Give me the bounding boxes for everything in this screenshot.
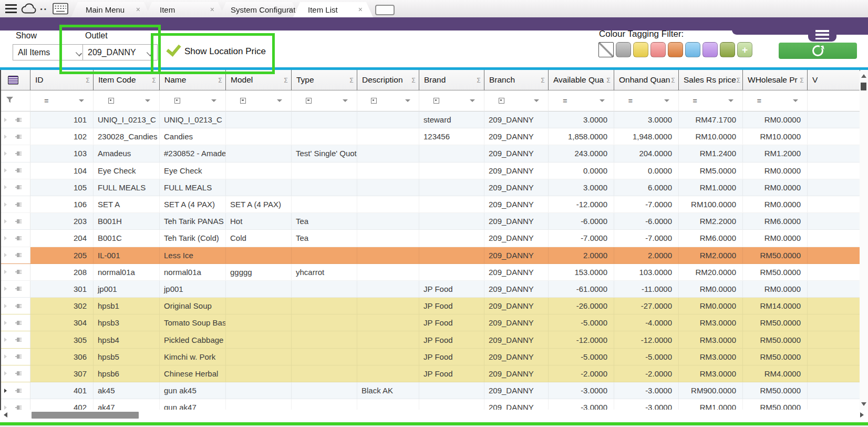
filter-operator-icon[interactable] xyxy=(433,98,439,104)
table-row[interactable]: 105FULL MEALSFULL MEALS209_DANNY3.00006.… xyxy=(1,179,860,196)
pin-icon[interactable] xyxy=(14,218,22,225)
close-icon[interactable]: × xyxy=(136,2,140,17)
filter-dropdown-icon[interactable] xyxy=(405,99,410,102)
close-icon[interactable]: × xyxy=(210,2,214,17)
sum-icon[interactable]: Σ xyxy=(218,76,222,84)
filter-operator-icon[interactable]: = xyxy=(563,97,567,105)
table-row[interactable]: 102230028_CandiesCandies123456209_DANNY1… xyxy=(1,128,860,145)
row-expand-icon[interactable] xyxy=(4,321,7,325)
colour-swatch-blue[interactable] xyxy=(685,42,700,57)
sum-icon[interactable]: Σ xyxy=(800,76,804,84)
filter-cell-id[interactable]: = xyxy=(30,90,94,111)
column-header-brand[interactable]: BrandΣ xyxy=(419,70,484,90)
sum-icon[interactable]: Σ xyxy=(671,76,675,84)
row-expand-icon[interactable] xyxy=(4,389,7,393)
colour-swatch-purple[interactable] xyxy=(702,42,718,57)
column-header-model[interactable]: ModelΣ xyxy=(226,70,292,90)
filter-dropdown-icon[interactable] xyxy=(277,99,282,102)
filter-cell-v[interactable] xyxy=(808,90,860,111)
vertical-scrollbar[interactable] xyxy=(860,71,868,410)
filter-dropdown-icon[interactable] xyxy=(793,99,798,102)
show-location-price-label[interactable]: Show Location Price xyxy=(184,46,266,57)
filter-operator-icon[interactable] xyxy=(240,98,246,104)
table-row[interactable]: 205IL-001Less Ice209_DANNY2.00002.0000RM… xyxy=(1,247,860,264)
pin-icon[interactable] xyxy=(14,201,22,208)
filter-operator-icon[interactable] xyxy=(174,98,180,104)
filter-operator-icon[interactable] xyxy=(499,98,504,104)
colour-swatch-none[interactable] xyxy=(598,42,614,57)
tab-system-configuration[interactable]: System Configurati × xyxy=(219,2,299,17)
column-header-name[interactable]: NameΣ xyxy=(160,70,226,90)
filter-dropdown-icon[interactable] xyxy=(600,99,605,102)
table-row[interactable]: 101UNIQ_I_0213_CUNIQ_I_0213_Csteward209_… xyxy=(1,111,860,128)
filter-operator-icon[interactable]: = xyxy=(693,97,697,105)
column-header-id[interactable]: IDΣ xyxy=(30,70,94,90)
scroll-down-icon[interactable] xyxy=(861,402,866,406)
pin-icon[interactable] xyxy=(14,235,22,242)
table-row[interactable]: 305hpsb4Pickled CabbageJP Food209_DANNY-… xyxy=(1,331,860,348)
close-icon[interactable]: × xyxy=(288,2,293,17)
table-row[interactable]: 306hpsb5Kimchi w. PorkJP Food209_DANNY-5… xyxy=(1,349,860,365)
pin-icon[interactable] xyxy=(14,336,22,343)
scroll-up-icon[interactable] xyxy=(861,74,866,78)
tab-item[interactable]: Item × xyxy=(145,2,225,17)
row-expand-icon[interactable] xyxy=(4,168,7,172)
filter-cell-item_code[interactable] xyxy=(94,90,160,111)
sum-icon[interactable]: Σ xyxy=(152,76,156,84)
sum-icon[interactable]: Σ xyxy=(86,76,90,84)
table-row[interactable]: 204B001CTeh Tarik (Cold)ColdTea209_DANNY… xyxy=(1,230,860,247)
filter-cell-available_qty[interactable]: = xyxy=(549,90,614,111)
filter-cell-branch[interactable] xyxy=(484,90,549,111)
hamburger-menu-icon[interactable] xyxy=(5,4,17,13)
pin-icon[interactable] xyxy=(14,251,22,259)
row-expand-icon[interactable] xyxy=(4,405,7,410)
colour-swatch-red[interactable] xyxy=(650,42,666,57)
tab-main-menu[interactable]: Main Menu × xyxy=(71,2,151,17)
grid-corner-cell[interactable] xyxy=(1,70,30,90)
more-icon[interactable]: .. xyxy=(40,1,48,13)
filter-dropdown-icon[interactable] xyxy=(664,99,669,102)
filter-cell-onhand_qty[interactable]: = xyxy=(614,90,679,111)
pin-icon[interactable] xyxy=(14,116,22,124)
filter-dropdown-icon[interactable] xyxy=(728,99,733,102)
outlet-dropdown[interactable]: 209_DANNY xyxy=(82,44,158,60)
row-expand-icon[interactable] xyxy=(4,253,7,257)
colour-swatch-green[interactable] xyxy=(720,42,735,57)
sum-icon[interactable]: Σ xyxy=(411,76,416,84)
filter-dropdown-icon[interactable] xyxy=(211,99,216,102)
row-expand-icon[interactable] xyxy=(4,118,7,122)
row-expand-icon[interactable] xyxy=(4,371,7,375)
menu-tab-button[interactable] xyxy=(808,23,836,42)
filter-cell-name[interactable] xyxy=(160,90,226,111)
filter-cell-model[interactable] xyxy=(226,90,292,111)
table-row[interactable]: 302hpsb1Original SoupJP Food209_DANNY-26… xyxy=(1,298,860,314)
pin-icon[interactable] xyxy=(14,319,22,327)
refresh-button[interactable] xyxy=(779,43,857,59)
row-expand-icon[interactable] xyxy=(4,338,7,342)
close-icon[interactable]: × xyxy=(358,2,363,17)
table-row[interactable]: 103Amadeus#230852 - AmadeusTest' Single'… xyxy=(1,145,860,162)
pin-icon[interactable] xyxy=(14,133,22,140)
row-expand-icon[interactable] xyxy=(4,219,7,223)
sum-icon[interactable]: Σ xyxy=(477,76,481,84)
pin-icon[interactable] xyxy=(14,167,22,174)
filter-funnel-icon[interactable] xyxy=(6,96,14,106)
vertical-scrollbar-thumb[interactable] xyxy=(861,83,866,90)
row-expand-icon[interactable] xyxy=(4,287,7,291)
pin-icon[interactable] xyxy=(14,268,22,276)
filter-dropdown-icon[interactable] xyxy=(470,99,475,102)
table-row[interactable]: 402ak47gun ak47209_DANNY-3.0000-3.0000RM… xyxy=(1,399,860,410)
row-expand-icon[interactable] xyxy=(4,270,7,274)
colour-swatch-gray[interactable] xyxy=(616,42,631,57)
scroll-right-icon[interactable] xyxy=(860,412,864,418)
row-expand-icon[interactable] xyxy=(4,304,7,308)
horizontal-scrollbar-thumb[interactable] xyxy=(32,412,139,419)
column-header-available_qty[interactable]: Available QuaΣ xyxy=(549,70,614,90)
tab-item-list[interactable]: Item List × xyxy=(293,2,373,17)
table-row[interactable]: 401ak45gun ak45Black AK209_DANNY-3.0000-… xyxy=(1,382,860,399)
filter-operator-icon[interactable] xyxy=(371,98,377,104)
filter-dropdown-icon[interactable] xyxy=(343,99,348,102)
filter-operator-icon[interactable] xyxy=(306,98,312,104)
column-header-v[interactable]: V xyxy=(808,70,860,90)
table-row[interactable]: 304hpsb3Tomato Soup BaseJP Food209_DANNY… xyxy=(1,314,860,331)
